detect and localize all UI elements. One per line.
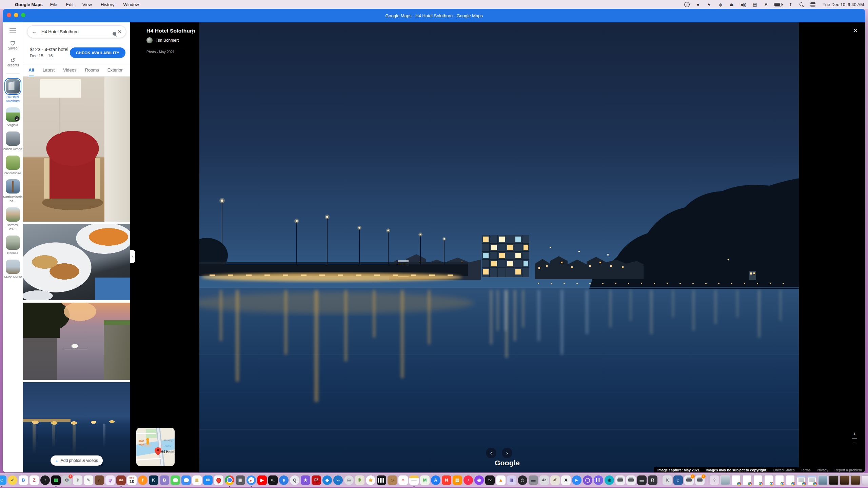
collapse-panel-handle[interactable]: ‹ <box>130 250 135 263</box>
dock-icon-window-thumb-room[interactable] <box>851 475 860 485</box>
eject-icon[interactable]: ⏏ <box>729 2 734 7</box>
dock-icon-video-call[interactable]: ► <box>572 475 581 485</box>
dock-icon-bbedit[interactable]: B <box>160 475 169 485</box>
keyboard-icon[interactable]: ▤ <box>752 2 757 7</box>
menu-file[interactable]: File <box>50 2 57 7</box>
check-availability-button[interactable]: CHECK AVAILABILITY <box>70 47 125 58</box>
terms-link[interactable]: Terms <box>801 468 811 472</box>
dock-icon-firefox[interactable]: f <box>138 475 147 485</box>
dock-icon-bluetooth-app[interactable]: Ƀ <box>19 475 28 485</box>
dock-icon-font-book[interactable]: Aa <box>539 475 549 485</box>
sidebar-item-recents[interactable]: ↺ Recents <box>6 58 19 67</box>
dock-icon-sheet-doc-1[interactable] <box>797 475 805 485</box>
back-arrow-icon[interactable]: ← <box>32 28 37 35</box>
shortcuts-icon[interactable]: ϟ <box>707 2 712 7</box>
saved-place-zurich-airport[interactable]: Zurich Airport <box>3 131 23 151</box>
dock-icon-app-store[interactable]: A <box>431 475 440 485</box>
close-window-button[interactable] <box>7 13 11 17</box>
dock-icon-finder[interactable]: ☺ <box>0 475 6 485</box>
tab-latest[interactable]: Latest <box>43 64 55 77</box>
dock-icon-ovation[interactable]: ★ <box>301 475 310 485</box>
mini-map[interactable]: Bar nge Ritterg Aare H4 Hotel <box>136 428 175 466</box>
tab-all[interactable]: All <box>28 64 34 77</box>
dock-icon-apple-tv[interactable]: tv <box>485 475 495 485</box>
dock-icon-sheet-doc-2[interactable] <box>808 475 816 485</box>
dock-icon-mystery-item[interactable]: ? <box>710 475 719 485</box>
control-center-icon[interactable] <box>810 2 815 7</box>
previous-photo-button[interactable]: ‹ <box>486 448 496 458</box>
search-input[interactable] <box>41 29 113 34</box>
dock-icon-trash[interactable] <box>862 475 868 485</box>
app-menu-title[interactable]: Google Maps <box>15 2 43 7</box>
dock-icon-music[interactable]: ♪ <box>463 475 473 485</box>
dock-icon-x-app[interactable]: X <box>561 475 571 485</box>
dock-icon-photos[interactable]: ❀ <box>366 475 375 485</box>
photo-author-row[interactable]: Tim Böhmert <box>146 37 221 43</box>
photo-hotel-room-red-armchair[interactable] <box>23 77 130 222</box>
menu-clock[interactable]: Tue Dec 10 9:40 AM <box>823 2 864 7</box>
dock-icon-notes[interactable] <box>409 475 419 485</box>
dock-icon-window-thumb-frame[interactable] <box>840 475 849 485</box>
dock-icon-google-maps[interactable] <box>214 475 223 485</box>
dock-icon-reminders[interactable]: ≡ <box>398 475 408 485</box>
dock-icon-system-settings[interactable]: ⚙1 <box>62 475 72 485</box>
dock-icon-youtube[interactable]: ▶ <box>257 475 267 485</box>
dock-icon-safari[interactable] <box>246 475 256 485</box>
dock-icon-piano-app[interactable] <box>377 475 386 485</box>
window-titlebar[interactable]: Google Maps - H4 Hotel Solothurn - Googl… <box>3 9 865 22</box>
dock-icon-voice-app[interactable] <box>594 475 603 485</box>
menu-view[interactable]: View <box>82 2 92 7</box>
dock-icon-webcam-app[interactable]: ◉ <box>605 475 614 485</box>
dock-icon-print-center[interactable] <box>626 475 636 485</box>
dock-icon-podcasts[interactable]: ◉ <box>474 475 484 485</box>
sidebar-item-saved[interactable]: ⛉ Saved <box>8 41 17 50</box>
dock-icon-books[interactable]: ▤ <box>453 475 462 485</box>
dock-icon-r-app[interactable]: R <box>648 475 657 485</box>
dock-icon-filezilla[interactable]: FZ <box>312 475 321 485</box>
dock-icon-media-frog[interactable]: ❋ <box>355 475 364 485</box>
dock-icon-vinyl-app[interactable]: ◎ <box>518 475 527 485</box>
saved-place-virginia[interactable]: 2Virginia <box>3 107 23 127</box>
dock-icon-news[interactable]: N <box>442 475 451 485</box>
dock-icon-obs[interactable]: ◯ <box>583 475 592 485</box>
dock-icon-chrome-doc-4[interactable] <box>765 475 773 485</box>
saved-place-bormes-les-[interactable]: Bormes-les-... <box>3 207 23 231</box>
dock-icon-text-editor[interactable]: ✎ <box>84 475 93 485</box>
dock-icon-calendar[interactable]: DEC10 <box>127 475 137 485</box>
dock-icon-console[interactable]: ▬ <box>529 475 538 485</box>
dock-icon-chrome-doc-2[interactable] <box>743 475 751 485</box>
menu-edit[interactable]: Edit <box>66 2 74 7</box>
saved-place-northumberland-[interactable]: Northumberland... <box>3 179 23 203</box>
dock-icon-speedtest[interactable]: ◔ <box>40 475 50 485</box>
dock-icon-activity-monitor[interactable]: ▦ <box>51 475 61 485</box>
battery-icon[interactable] <box>774 3 782 6</box>
report-problem-link[interactable]: Report a problem <box>834 468 862 472</box>
photo-breakfast-plates[interactable] <box>23 224 130 300</box>
app-logo-icon[interactable]: ● <box>695 2 701 7</box>
volume-icon[interactable]: ◀)) <box>740 2 747 7</box>
dock-icon-archive-app[interactable]: ▥ <box>507 475 516 485</box>
zoom-in-button[interactable]: + <box>851 431 858 437</box>
dock-icon-terminal[interactable]: >_ <box>268 475 278 485</box>
next-photo-button[interactable]: › <box>502 448 512 458</box>
dock-icon-vlc[interactable]: ▲ <box>496 475 506 485</box>
menu-history[interactable]: History <box>101 2 114 7</box>
dock-icon-chrome[interactable] <box>225 475 234 485</box>
add-photos-button[interactable]: + Add photos & videos <box>51 455 103 466</box>
dock-icon-chrome-doc-5[interactable] <box>775 475 784 485</box>
saved-place-rennes[interactable]: Rennes <box>3 236 23 255</box>
dock-icon-dvd-player[interactable]: ◎ <box>344 475 354 485</box>
dock-icon-barber-app[interactable]: ∩ <box>95 475 104 485</box>
dock-icon-antivirus[interactable]: ✓ <box>8 475 17 485</box>
dock-icon-transit-map[interactable]: M <box>420 475 430 485</box>
dock-icon-window-thumb-dark[interactable] <box>829 475 839 485</box>
dock-icon-photo-booth[interactable]: ▣ <box>236 475 245 485</box>
dock-icon-usb-utility[interactable]: ψ <box>105 475 115 485</box>
zoom-out-button[interactable]: − <box>851 440 858 446</box>
dock-icon-transmit[interactable]: ◆ <box>322 475 332 485</box>
clear-search-icon[interactable]: ✕ <box>117 29 122 35</box>
spotlight-icon[interactable] <box>799 2 804 7</box>
dock-icon-zotero[interactable]: Z <box>29 475 39 485</box>
bluetooth-icon[interactable]: Ƀ <box>763 2 769 7</box>
usb-icon[interactable]: ψ <box>718 2 723 7</box>
